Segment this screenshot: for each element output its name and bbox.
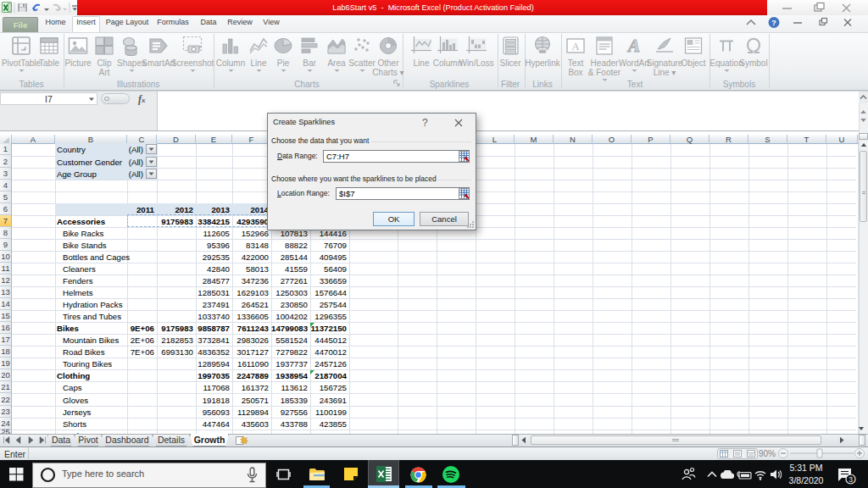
svg-text:A: A	[626, 36, 640, 56]
svg-text:A: A	[571, 40, 580, 53]
svg-text:3: 3	[849, 475, 853, 484]
svg-text:?: ?	[771, 18, 776, 27]
